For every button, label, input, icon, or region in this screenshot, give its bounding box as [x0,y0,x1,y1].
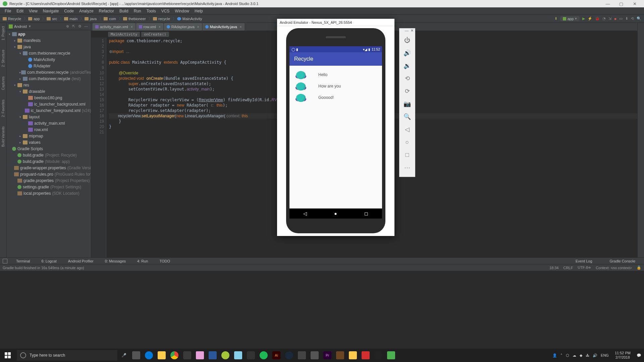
caret-position[interactable]: 18:34 [549,266,559,270]
menu-navigate[interactable]: Navigate [40,9,61,13]
list-item[interactable]: Hello [289,69,382,80]
tree-node[interactable]: ic_launcher_foreground.xml(v24) [7,107,91,114]
line-separator[interactable]: CRLF [563,266,573,270]
sync-icon[interactable]: ⟲ [631,16,634,21]
menu-view[interactable]: View [26,9,40,13]
apply-changes-icon[interactable]: ⚡ [588,16,592,21]
breadcrumb-item[interactable]: app [28,17,40,21]
breadcrumb-item[interactable]: thebioneer [123,17,146,21]
device-screen[interactable]: ◯ ▮ ▾◢ ▮ 11:52 Recycle HelloHow are youG… [289,46,382,219]
android-nav-bar[interactable]: ◁ ● ◻ [289,208,382,219]
scroll-from-source-icon[interactable]: ⊕ [66,24,71,29]
unity-icon[interactable] [372,349,384,361]
tool-tab-favorites[interactable]: 2: Favorites [1,98,5,118]
tree-node[interactable]: settings.gradle(Project Settings) [7,184,91,190]
search-box[interactable]: Type here to search [17,350,117,361]
back-button[interactable]: ◁ [303,211,307,216]
windows-taskbar[interactable]: Type here to search 🎤 Ai Pr 👤 ˄ ⬡ ☁ ◆ 🖧 … [0,349,644,362]
tree-node[interactable]: ▸com.thebioneer.recycle(androidTest) [7,69,91,75]
notifications-icon[interactable]: 💬 [637,353,641,358]
volume-up-icon[interactable]: 🔊 [402,47,413,59]
back-icon[interactable]: ◁ [402,123,413,136]
tree-node[interactable]: local.properties(SDK Location) [7,190,91,196]
menu-edit[interactable]: Edit [14,9,26,13]
start-button[interactable] [0,349,15,362]
more-icon[interactable]: ⋯ [402,161,413,174]
search-icon[interactable]: 🔍 [637,16,641,21]
people-icon[interactable]: 👤 [552,353,557,358]
stop-button[interactable]: ■ [614,17,616,21]
home-icon[interactable]: ○ [402,136,413,148]
editor-tab[interactable]: MainActivity.java× [203,23,245,31]
android-studio-icon[interactable] [219,349,231,361]
breadcrumb-item[interactable]: src [47,17,57,21]
tree-node[interactable]: gradle.properties(Project Properties) [7,177,91,184]
tool-tab-captures[interactable]: Captures [1,75,5,92]
rotate-right-icon[interactable]: ⟳ [402,85,413,98]
volume-icon[interactable]: 🔊 [593,353,597,358]
menu-file[interactable]: File [2,9,14,13]
minimize-button[interactable]: ― [601,1,614,6]
tree-node[interactable]: build.gradle(Project: Recycle) [7,152,91,158]
tree-node[interactable]: ▸mipmap [7,133,91,139]
hide-icon[interactable]: ― [84,24,89,29]
menu-run[interactable]: Run [131,9,144,13]
menu-analyze[interactable]: Analyze [76,9,96,13]
debug-button[interactable]: 🐞 [595,16,600,21]
editor-tab[interactable]: row.xml× [136,23,163,31]
dropbox-icon[interactable]: ⬡ [566,353,569,358]
recents-button[interactable]: ◻ [364,211,368,216]
mic-icon[interactable]: 🎤 [119,353,129,358]
tree-node[interactable]: ▾layout [7,114,91,120]
menu-help[interactable]: Help [192,9,206,13]
breadcrumb-item[interactable]: java [85,17,97,21]
tree-node[interactable]: beeboo180.png [7,95,91,101]
memory-indicator[interactable]: 🔒 [637,265,641,270]
mail-icon[interactable] [181,349,193,361]
sdk-manager-icon[interactable]: ⬇ [625,16,628,21]
spotify-icon[interactable] [258,349,270,361]
home-button[interactable]: ● [334,211,337,216]
tree-node[interactable]: ▾drawable [7,88,91,95]
bottom-tab-messages[interactable]: 0: Messages [100,259,126,263]
line-gutter[interactable]: 123789101112131415161718192021 [91,38,106,257]
paint-icon[interactable] [194,349,206,361]
notepad-icon[interactable] [232,349,244,361]
zoom-icon[interactable]: 🔍 [402,110,413,123]
language-indicator[interactable]: ENG [601,353,609,357]
context-selector[interactable]: Context: <no context> [596,266,632,270]
chrome-icon[interactable] [168,349,180,361]
volume-down-icon[interactable]: 🔉 [402,59,413,72]
build-icon[interactable]: ⬇ [554,16,557,21]
menu-refactor[interactable]: Refactor [96,9,117,13]
calendar-icon[interactable] [245,349,257,361]
close-tab-icon[interactable]: × [159,25,161,29]
app-icon-4[interactable] [360,349,372,361]
editor-crumb[interactable]: onCreate() [141,32,169,37]
emulator-close-icon[interactable]: ✕ [411,28,414,34]
tray-up-icon[interactable]: ˄ [560,353,562,358]
tree-node[interactable]: ▸values [7,139,91,145]
app-icon-3[interactable] [347,349,359,361]
calculator-icon[interactable] [309,349,321,361]
emulator-titlebar[interactable]: Android Emulator - Nexus_5X_API_26:5554 [277,19,394,26]
emulator-window[interactable]: Android Emulator - Nexus_5X_API_26:5554 … [277,19,394,236]
tree-node[interactable]: row.xml [7,126,91,133]
bottom-tab-todo[interactable]: TODO [154,259,170,263]
menu-window[interactable]: Window [172,9,192,13]
close-button[interactable]: ✕ [628,1,641,6]
breadcrumb-item[interactable]: recycle [153,17,170,21]
project-tree[interactable]: ▾app▸manifests▾java▾com.thebioneer.recyc… [7,30,91,257]
avd-manager-icon[interactable]: ▭ [619,16,623,21]
explorer-icon[interactable] [156,349,168,361]
rotate-left-icon[interactable]: ⟲ [402,72,413,85]
collapse-all-icon[interactable]: ⇱ [72,24,77,29]
close-tab-icon[interactable]: × [240,25,242,29]
tree-node[interactable]: ▸manifests [7,37,91,44]
tree-node[interactable]: ▾com.thebioneer.recycle [7,50,91,56]
close-tab-icon[interactable]: × [197,25,199,29]
recycler-list[interactable]: HelloHow are youGooood! [289,66,382,107]
breadcrumb-item[interactable]: com [104,17,116,21]
settings-icon[interactable]: ⚙ [78,24,83,29]
illustrator-icon[interactable]: Ai [270,349,282,361]
